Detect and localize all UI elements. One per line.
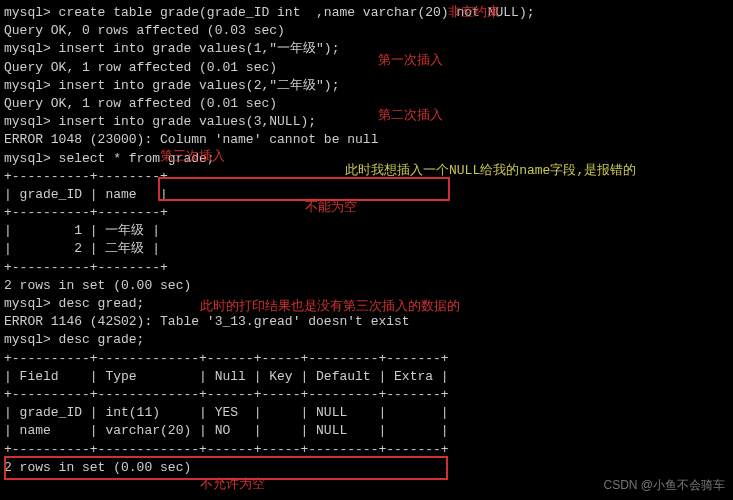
annotation-cannot-null: 不能为空 (305, 199, 357, 217)
table-row: | name | varchar(20) | NO | | NULL | | (4, 422, 729, 440)
terminal-line: 2 rows in set (0.00 sec) (4, 277, 729, 295)
table-border: +----------+--------+ (4, 259, 729, 277)
table-border: +----------+--------+ (4, 204, 729, 222)
annotation-print-result: 此时的打印结果也是没有第三次插入的数据的 (200, 298, 460, 316)
terminal-line: mysql> insert into grade values(1,"一年级")… (4, 40, 729, 58)
highlight-box-error (158, 177, 450, 201)
table-row: | grade_ID | int(11) | YES | | NULL | | (4, 404, 729, 422)
annotation-third-insert: 第三次插入 (160, 148, 225, 166)
annotation-first-insert: 第一次插入 (378, 52, 443, 70)
annotation-non-null-constraint: 非空约束 (448, 4, 500, 22)
terminal-line: Query OK, 0 rows affected (0.03 sec) (4, 22, 729, 40)
terminal-line: ERROR 1048 (23000): Column 'name' cannot… (4, 131, 729, 149)
table-border: +----------+-------------+------+-----+-… (4, 350, 729, 368)
terminal-line: Query OK, 1 row affected (0.01 sec) (4, 59, 729, 77)
terminal-line: mysql> insert into grade values(2,"二年级")… (4, 77, 729, 95)
table-row: | 1 | 一年级 | (4, 222, 729, 240)
terminal-line: mysql> desc grade; (4, 331, 729, 349)
terminal-line: mysql> insert into grade values(3,NULL); (4, 113, 729, 131)
terminal-line: Query OK, 1 row affected (0.01 sec) (4, 95, 729, 113)
table-border: +----------+-------------+------+-----+-… (4, 386, 729, 404)
highlight-box-name-row (4, 456, 448, 480)
table-header: | Field | Type | Null | Key | Default | … (4, 368, 729, 386)
watermark: CSDN @小鱼不会骑车 (603, 477, 725, 494)
table-row: | 2 | 二年级 | (4, 240, 729, 258)
annotation-second-insert: 第二次插入 (378, 107, 443, 125)
terminal-line: mysql> create table grade(grade_ID int ,… (4, 4, 729, 22)
